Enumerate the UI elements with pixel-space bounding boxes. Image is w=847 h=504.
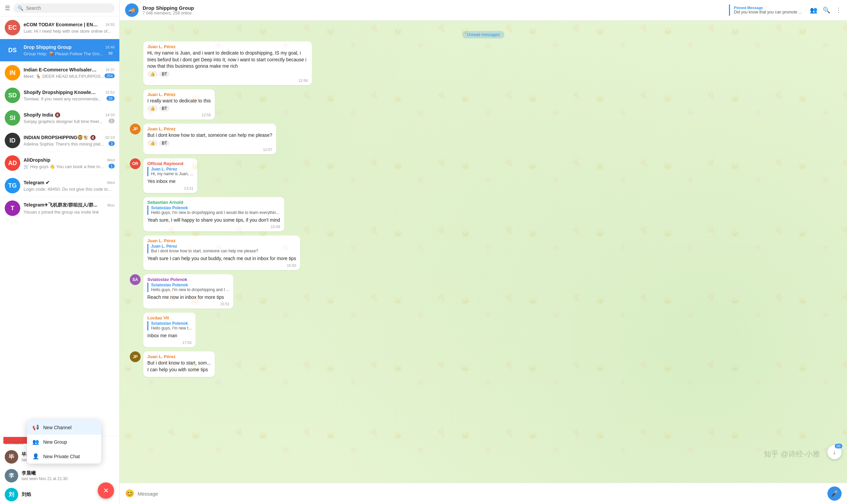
badge: 1 — [108, 164, 115, 168]
message-input[interactable] — [138, 491, 824, 497]
reaction[interactable]: BT — [159, 140, 170, 146]
unread-divider: Unread messages — [130, 31, 837, 37]
message-time: 15:51 — [220, 302, 230, 306]
message-group: Juan L. Pérez I really want to dedicate … — [130, 89, 837, 120]
search-box[interactable]: 🔍 — [14, 3, 115, 13]
search-input[interactable] — [26, 5, 110, 11]
message-group: JP Juan L. Pérez But i dont know how to … — [130, 124, 837, 154]
reply-sender: Juan L. Pérez — [151, 167, 193, 172]
more-icon[interactable]: ⋮ — [835, 6, 842, 14]
chat-preview: Yixuan z joined the group via invite lin… — [23, 210, 99, 215]
badge: 3 — [108, 141, 115, 146]
chat-preview: Tomiwa: If you need any recommenda... — [23, 96, 102, 102]
chat-list-item[interactable]: IN Indian E-Commerce Wholsaler B2... 16:… — [0, 62, 119, 84]
chat-preview: Sanjay graphics designer full time freel… — [23, 119, 103, 124]
message-group: SA Sviatoslav Polenok Sviatoslav Polenok… — [130, 274, 837, 309]
context-menu-item[interactable]: 👤 New Private Chat — [27, 449, 101, 464]
chat-list: EC eCOM TODAY Ecommerce | ENG C... 16:55… — [0, 17, 119, 436]
message-group: Sebastian Arnold Sviatoslav Polenok Hell… — [130, 197, 837, 232]
chat-list-item[interactable]: SD Shopify Dropshipping Knowledge ... 15… — [0, 84, 119, 107]
chat-name: INDIAN DROPSHIPPING🦁🐮 🔇 — [23, 135, 96, 140]
message-time: 13:21 — [184, 186, 193, 190]
chat-info: INDIAN DROPSHIPPING🦁🐮 🔇 02:19 Adelina So… — [23, 135, 115, 147]
contact-name: 李晨曦 — [21, 470, 115, 476]
message-bubble: Juan L. Pérez Hi, my name is Juan, and i… — [143, 41, 312, 85]
mic-button[interactable]: 🎤 — [827, 486, 842, 501]
chat-name: Telegram✈飞机群发/群组拉人/群... — [23, 202, 98, 208]
message-footer: 12:57 — [148, 147, 272, 151]
chat-name: eCOM TODAY Ecommerce | ENG C... — [23, 22, 98, 27]
reaction[interactable]: BT — [159, 105, 170, 111]
message-text: Reach me now in inbox for more tips — [148, 294, 229, 301]
chat-preview: Adelina Sophia: There's this mining plat… — [23, 142, 104, 147]
chat-info: Telegram ✔ Wed Login code: 49450. Do not… — [23, 180, 115, 192]
context-menu-item[interactable]: 👥 New Group — [27, 435, 101, 449]
avatar: ID — [5, 133, 20, 148]
message-time: 12:56 — [202, 113, 211, 117]
avatar: 毕 — [5, 450, 18, 464]
avatar: SD — [5, 88, 20, 103]
reaction[interactable]: 👍 — [148, 105, 158, 111]
message-text: Yeah sure I can help you out buddy, reac… — [148, 255, 296, 262]
chat-preview: Meet: 🦌 DEER HEAD MULTIPURPOS... — [23, 74, 104, 79]
chat-list-item[interactable]: T Telegram✈飞机群发/群组拉人/群... Mon Yixuan z j… — [0, 197, 119, 220]
chat-time: 16:55 — [105, 22, 115, 26]
members-icon[interactable]: 👥 — [810, 6, 817, 14]
reply-quote: Juan L. Pérez But i dont know how to sta… — [148, 244, 296, 253]
contact-info: 李晨曦 last seen Nov 21 at 21:30 — [21, 470, 115, 481]
chevron-down-icon: ↓ — [833, 449, 836, 456]
chat-list-item[interactable]: EC eCOM TODAY Ecommerce | ENG C... 16:55… — [0, 17, 119, 39]
chat-time: 15:52 — [105, 90, 115, 94]
message-time: 15:49 — [271, 225, 280, 229]
message-footer: 13:21 — [148, 186, 193, 190]
reaction[interactable]: 👍 — [148, 140, 158, 146]
avatar: DS — [5, 42, 20, 58]
reactions: 👍BT — [148, 71, 308, 77]
chat-list-item[interactable]: ID INDIAN DROPSHIPPING🦁🐮 🔇 02:19 Adelina… — [0, 129, 119, 152]
chat-preview: 🛒 Hey guys 👋 You can book a free m... — [23, 164, 104, 169]
chat-info: AliDropship Wed 🛒 Hey guys 👋 You can boo… — [23, 157, 115, 169]
sidebar-header: ☰ 🔍 — [0, 0, 119, 17]
chat-header-info: Drop Shipping Group 7 048 members, 258 o… — [143, 5, 725, 16]
avatar: EC — [5, 20, 20, 35]
search-icon[interactable]: 🔍 — [823, 6, 830, 14]
chat-time: Mon — [107, 203, 115, 207]
message-group: Juan L. Pérez Juan L. Pérez But i dont k… — [130, 235, 837, 270]
message-footer: 17:55 — [148, 341, 191, 345]
hamburger-icon[interactable]: ☰ — [5, 4, 10, 12]
pinned-message[interactable]: Pinned Message Did you know that you can… — [729, 4, 806, 16]
scroll-down-button[interactable]: 88 ↓ — [827, 445, 842, 459]
chat-list-item[interactable]: DS Drop Shipping Group 16:46 Group Help:… — [0, 39, 119, 62]
message-footer: 12:56 — [148, 78, 308, 83]
emoji-button[interactable]: 😊 — [125, 489, 134, 498]
reaction[interactable]: 👍 — [148, 71, 158, 77]
message-bubble: Juan L. Pérez But i dont know to start, … — [143, 352, 215, 377]
reply-text: Hello guys, I'm new to dropshipping and … — [151, 287, 229, 292]
message-bubble: Sebastian Arnold Sviatoslav Polenok Hell… — [143, 197, 284, 232]
avatar: 李 — [5, 469, 18, 483]
message-time: 17:55 — [183, 341, 192, 345]
chat-time: Wed — [107, 158, 115, 162]
chat-time: 14:33 — [105, 113, 115, 117]
context-menu-item[interactable]: 📢 New Channel — [27, 420, 101, 435]
header-actions: 👥 🔍 ⋮ — [810, 6, 842, 14]
message-group: OR Official Raymond Juan L. Pérez Hi, my… — [130, 158, 837, 193]
chat-list-item[interactable]: AD AliDropship Wed 🛒 Hey guys 👋 You can … — [0, 152, 119, 175]
reaction[interactable]: BT — [159, 71, 170, 77]
chat-preview: Login code: 49450. Do not give this code… — [23, 187, 111, 192]
message-bubble: Official Raymond Juan L. Pérez Hi, my na… — [143, 158, 197, 193]
avatar: T — [5, 200, 20, 216]
chat-header-avatar: 🚚 — [125, 3, 139, 17]
context-menu: 📢 New Channel 👥 New Group 👤 New Private … — [27, 420, 101, 464]
chat-list-item[interactable]: TG Telegram ✔ Wed Login code: 49450. Do … — [0, 175, 119, 197]
chat-info: Shopify Dropshipping Knowledge ... 15:52… — [23, 90, 115, 102]
reply-text: Hi, my name is Juan, ... — [151, 172, 193, 176]
avatar: 刘 — [5, 488, 18, 501]
chat-list-item[interactable]: SI Shopify India 🔇 14:33 Sanjay graphics… — [0, 107, 119, 129]
message-bubble: Sviatoslav Polenok Sviatoslav Polenok He… — [143, 274, 233, 309]
message-footer: 15:49 — [148, 225, 280, 229]
message-text: Yeah sure, I will happy to share you som… — [148, 217, 280, 224]
contact-item[interactable]: 李 李晨曦 last seen Nov 21 at 21:30 — [0, 466, 119, 485]
fab-close-button[interactable]: ✕ — [98, 483, 114, 499]
message-sender: Official Raymond — [148, 161, 193, 166]
